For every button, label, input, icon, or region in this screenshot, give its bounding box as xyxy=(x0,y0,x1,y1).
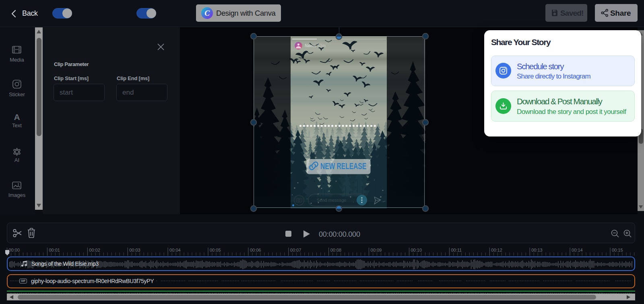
svg-text:00:08: 00:08 xyxy=(330,248,342,252)
svg-text:00:02: 00:02 xyxy=(89,248,100,252)
svg-text:00:14: 00:14 xyxy=(572,248,583,252)
svg-text:00:13: 00:13 xyxy=(531,248,543,252)
svg-text:00:01: 00:01 xyxy=(49,248,60,252)
svg-text:00:09: 00:09 xyxy=(371,248,382,252)
svg-text:00:15: 00:15 xyxy=(612,248,623,252)
svg-text:00:10: 00:10 xyxy=(411,248,422,252)
svg-text:00:03: 00:03 xyxy=(129,248,140,252)
svg-text:C: C xyxy=(204,9,210,17)
svg-text:00:12: 00:12 xyxy=(491,248,502,252)
svg-text:00:00: 00:00 xyxy=(9,248,20,252)
svg-text:00:05: 00:05 xyxy=(210,248,221,252)
svg-text:00:07: 00:07 xyxy=(290,248,301,252)
svg-text:00:04: 00:04 xyxy=(169,248,181,252)
svg-text:00:11: 00:11 xyxy=(451,248,462,252)
svg-text:00:06: 00:06 xyxy=(250,248,261,252)
